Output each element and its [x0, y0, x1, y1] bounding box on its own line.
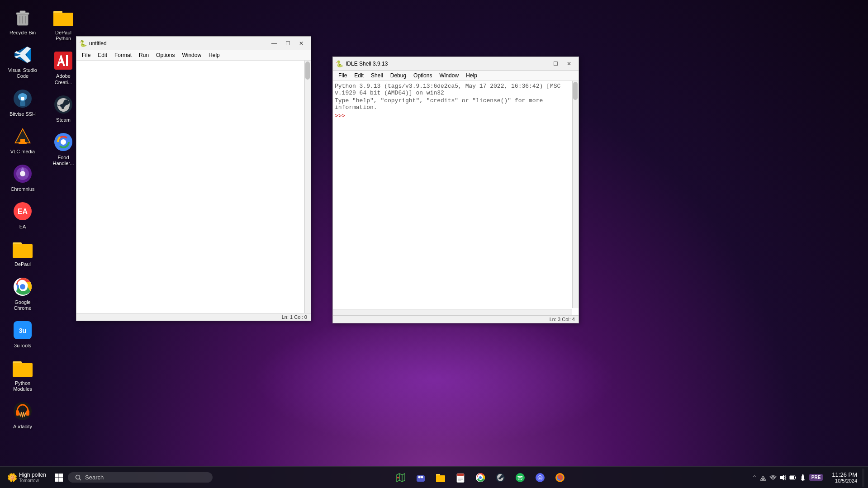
depaul-label: DePaul — [14, 261, 31, 267]
taskbar-right: ⌃ — [749, 469, 864, 487]
show-desktop-button[interactable] — [863, 469, 864, 487]
taskbar-icon-file-explorer[interactable] — [432, 469, 450, 487]
tray-input-icon[interactable]: PRE — [809, 474, 823, 481]
shell-menu-options[interactable]: Options — [410, 71, 436, 80]
svg-point-15 — [20, 171, 25, 176]
svg-point-70 — [541, 477, 542, 479]
idle-editor-window: 🐍 untitled — ☐ ✕ File Edit Format Run Op… — [76, 36, 311, 321]
idle-editor-minimize[interactable]: — — [267, 38, 281, 48]
food-handler-icon — [52, 131, 74, 153]
tray-wifi-icon[interactable] — [769, 474, 777, 481]
shell-output-line1: Python 3.9.13 (tags/v3.9.13:6de2ca5, May… — [335, 83, 577, 96]
desktop-icon-depaul[interactable]: DePaul — [5, 236, 41, 269]
taskbar-icon-spotify[interactable] — [511, 469, 529, 487]
desktop-icon-google-chrome[interactable]: Google Chrome — [5, 274, 41, 313]
shell-prompt-line: >>> — [335, 113, 577, 119]
idle-editor-close[interactable]: ✕ — [294, 38, 308, 48]
maps-icon — [396, 473, 406, 483]
desktop-icon-bitvise[interactable]: Bitvise SSH — [5, 86, 41, 119]
svg-text:3u: 3u — [19, 327, 26, 334]
chromnius-label: Chromnius — [10, 186, 34, 192]
shell-menu-help[interactable]: Help — [462, 71, 481, 80]
svg-rect-43 — [59, 474, 63, 478]
desktop-icon-vscode[interactable]: Visual Studio Code — [5, 42, 41, 81]
menu-edit[interactable]: Edit — [94, 51, 111, 59]
svg-point-50 — [397, 477, 399, 479]
desktop-icon-python-modules[interactable]: Python Modules — [5, 355, 41, 394]
desktop-icon-recycle-bin[interactable]: Recycle Bin — [5, 5, 41, 38]
idle-editor-title-text: untitled — [89, 40, 267, 47]
taskbar-icon-discord[interactable] — [531, 469, 549, 487]
taskbar-icon-teams[interactable]: T — [412, 469, 430, 487]
menu-format[interactable]: Format — [111, 51, 135, 59]
search-bar[interactable]: Search — [68, 472, 213, 483]
tray-notification-icon[interactable] — [799, 474, 806, 481]
vscode-icon — [12, 44, 33, 66]
menu-run[interactable]: Run — [135, 51, 152, 59]
shell-menu-edit[interactable]: Edit — [351, 71, 367, 80]
bitvise-label: Bitvise SSH — [9, 111, 36, 117]
idle-editor-maximize[interactable]: ☐ — [281, 38, 294, 48]
shell-menu-file[interactable]: File — [335, 71, 351, 80]
3utools-icon: 3u — [12, 319, 33, 341]
svg-rect-12 — [19, 142, 27, 144]
shell-menu-debug[interactable]: Debug — [387, 71, 410, 80]
tray-battery-icon[interactable] — [789, 474, 797, 481]
depaul-icon — [12, 238, 33, 260]
idle-shell-close[interactable]: ✕ — [562, 59, 576, 69]
tray-network-icon[interactable] — [759, 474, 767, 481]
steam-icon — [52, 94, 74, 115]
chromnius-icon — [12, 163, 33, 185]
recycle-bin-icon — [12, 6, 33, 28]
start-button[interactable] — [50, 469, 68, 487]
idle-editor-title-icon: 🐍 — [79, 40, 86, 47]
desktop-icon-3utools[interactable]: 3u 3uTools — [5, 317, 41, 351]
idle-shell-titlebar[interactable]: 🐍 IDLE Shell 3.9.13 — ☐ ✕ — [333, 57, 579, 71]
svg-rect-57 — [436, 475, 445, 482]
weather-widget[interactable]: 🌼 High pollen Tomorrow — [4, 470, 50, 485]
menu-help[interactable]: Help — [205, 51, 223, 59]
taskbar-icon-chrome[interactable] — [471, 469, 489, 487]
idle-editor-scrollbar[interactable] — [304, 61, 311, 313]
idle-shell-content[interactable]: Python 3.9.13 (tags/v3.9.13:6de2ca5, May… — [333, 81, 579, 315]
taskbar-icon-maps[interactable] — [392, 469, 410, 487]
food-handler-label: Food Handler... — [47, 155, 80, 166]
svg-rect-76 — [795, 477, 796, 479]
chrome-taskbar-icon — [475, 473, 485, 483]
idle-shell-hscrollbar[interactable] — [333, 309, 572, 315]
idle-shell-controls: — ☐ ✕ — [535, 59, 576, 69]
tray-expand-icon[interactable]: ⌃ — [752, 474, 757, 481]
file-explorer-icon — [436, 473, 446, 483]
taskbar: 🌼 High pollen Tomorrow Search — [0, 466, 868, 488]
idle-editor-titlebar[interactable]: 🐍 untitled — ☐ ✕ — [76, 37, 311, 50]
taskbar-center: T — [213, 469, 749, 487]
menu-window[interactable]: Window — [178, 51, 205, 59]
menu-options[interactable]: Options — [152, 51, 178, 59]
recycle-bin-label: Recycle Bin — [9, 30, 36, 36]
svg-marker-73 — [780, 475, 784, 480]
taskbar-icon-steam[interactable] — [491, 469, 509, 487]
desktop-icon-vlc[interactable]: VLC media — [5, 123, 41, 156]
idle-shell-vscrollbar[interactable] — [572, 81, 579, 308]
weather-subtitle: Tomorrow — [19, 478, 46, 483]
idle-editor-content — [76, 61, 311, 313]
desktop-icon-audacity[interactable]: Audacity — [5, 398, 41, 431]
clock[interactable]: 11:26 PM 10/5/2024 — [828, 471, 861, 483]
shell-menu-shell[interactable]: Shell — [367, 71, 387, 80]
menu-file[interactable]: File — [78, 51, 94, 59]
desktop: Recycle Bin Visual Studio Code — [0, 0, 868, 470]
svg-rect-59 — [457, 474, 464, 476]
audacity-label: Audacity — [13, 424, 32, 430]
taskbar-icon-notepad[interactable] — [451, 469, 470, 487]
idle-editor-textarea[interactable] — [76, 61, 311, 313]
taskbar-icon-firefox[interactable] — [551, 469, 569, 487]
desktop-icon-chromnius[interactable]: Chromnius — [5, 161, 41, 194]
tray-volume-icon[interactable] — [779, 474, 787, 481]
svg-point-23 — [20, 284, 25, 289]
desktop-icon-ea[interactable]: EA EA — [5, 199, 41, 232]
idle-shell-maximize[interactable]: ☐ — [549, 59, 562, 69]
idle-shell-minimize[interactable]: — — [535, 59, 549, 69]
svg-rect-45 — [59, 478, 63, 482]
shell-menu-window[interactable]: Window — [436, 71, 462, 80]
svg-rect-11 — [20, 139, 25, 142]
